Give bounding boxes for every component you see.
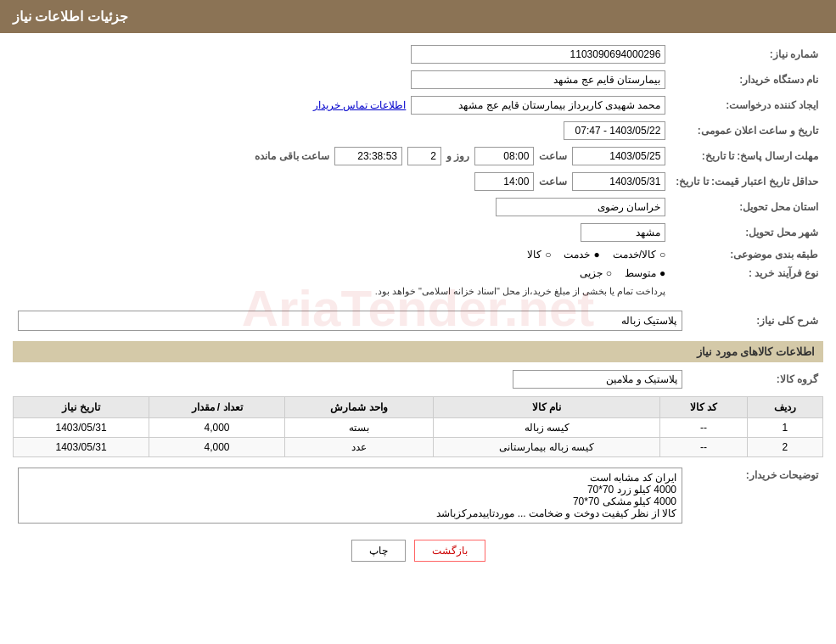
table-row: 2--کیسه زباله بیمارستانیعدد4,0001403/05/… [14, 438, 823, 457]
price-validity-time-label: ساعت [539, 176, 567, 188]
deadline-label: مهلت ارسال پاسخ: تا تاریخ: [670, 143, 823, 169]
city-value: مشهد [581, 223, 665, 242]
price-validity-time: 14:00 [474, 172, 534, 191]
col-row: ردیف [747, 397, 822, 418]
buyer-notes-value: ایران کد مشابه است4000 کیلو زرد 70*70400… [18, 468, 682, 524]
deadline-time: 08:00 [474, 147, 534, 165]
footer-buttons: بازگشت چاپ [13, 540, 823, 574]
goods-section-title: اطلاعات کالاهای مورد نیاز [13, 341, 823, 362]
radio-kala: ○ [545, 249, 551, 260]
col-quantity: تعداد / مقدار [149, 397, 285, 418]
city-label: شهر محل تحویل: [670, 220, 823, 245]
creator-contact-link[interactable]: اطلاعات تماس خریدار [313, 99, 407, 111]
creator-value: محمد شهیدی کاربرداز بیمارستان قایم عج مش… [411, 96, 665, 115]
price-validity-date: 1403/05/31 [572, 172, 665, 191]
deadline-date: 1403/05/25 [572, 147, 665, 165]
deadline-time-label: ساعت [539, 150, 567, 162]
category-label: طبقه بندی موضوعی: [670, 245, 823, 264]
goods-group-label: گروه کالا: [687, 367, 823, 392]
category-option-khedmat[interactable]: ● خدمت [564, 249, 599, 260]
radio-khedmat: ● [593, 249, 599, 260]
deadline-remaining: 23:38:53 [334, 147, 402, 165]
process-option-motavasset[interactable]: ● متوسط [625, 267, 665, 279]
category-option-kala[interactable]: ○ کالا [527, 249, 551, 260]
buyer-name-label: نام دستگاه خریدار: [670, 67, 823, 92]
process-option-jozi[interactable]: ○ جزیی [580, 267, 612, 279]
deadline-remaining-label: ساعت باقی مانده [255, 150, 329, 162]
province-label: استان محل تحویل: [670, 194, 823, 220]
announce-date-value: 1403/05/22 - 07:47 [564, 121, 665, 140]
goods-table: ردیف کد کالا نام کالا واحد شمارش تعداد /… [13, 396, 823, 457]
category-option-kala-khedmat[interactable]: ○ کالا/خدمت [613, 249, 666, 260]
process-note: پرداخت تمام یا بخشی از مبلغ خرید،از محل … [13, 283, 670, 300]
process-label: نوع فرآیند خرید : [670, 264, 823, 283]
buyer-name-value: بیمارستان قایم عج مشهد [411, 70, 665, 89]
col-date: تاریخ نیاز [14, 397, 149, 418]
province-value: خراسان رضوی [496, 198, 665, 216]
deadline-days-label: روز و [446, 150, 469, 162]
col-name: نام کالا [434, 397, 660, 418]
price-validity-label: حداقل تاریخ اعتبار قیمت: تا تاریخ: [670, 169, 823, 194]
table-row: 1--کیسه زبالهبسته4,0001403/05/31 [14, 418, 823, 438]
page-title: جزئیات اطلاعات نیاز [13, 9, 128, 24]
radio-kala-khedmat: ○ [659, 249, 665, 260]
deadline-days: 2 [407, 147, 441, 165]
print-button[interactable]: چاپ [351, 540, 406, 562]
category-options: ○ کالا/خدمت ● خدمت ○ کالا [18, 249, 665, 260]
buyer-notes-label: توضیحات خریدار: [687, 464, 823, 527]
goods-group-value: پلاستیک و ملامین [513, 370, 682, 389]
process-options: ● متوسط ○ جزیی [18, 267, 665, 279]
order-number-value: 1103090694000296 [411, 45, 665, 64]
creator-label: ایجاد کننده درخواست: [670, 92, 823, 118]
back-button[interactable]: بازگشت [414, 540, 485, 562]
page-header: جزئیات اطلاعات نیاز [0, 0, 836, 33]
description-value: پلاستیک زباله [18, 311, 682, 331]
col-code: کد کالا [660, 397, 747, 418]
info-table: شماره نیاز: 1103090694000296 نام دستگاه … [13, 42, 823, 300]
order-number-label: شماره نیاز: [670, 42, 823, 67]
radio-motavasset: ● [659, 267, 665, 279]
announce-date-label: تاریخ و ساعت اعلان عمومی: [670, 118, 823, 143]
col-unit: واحد شمارش [284, 397, 433, 418]
radio-jozi: ○ [606, 267, 612, 279]
description-label: شرح کلی نیاز: [687, 307, 823, 334]
